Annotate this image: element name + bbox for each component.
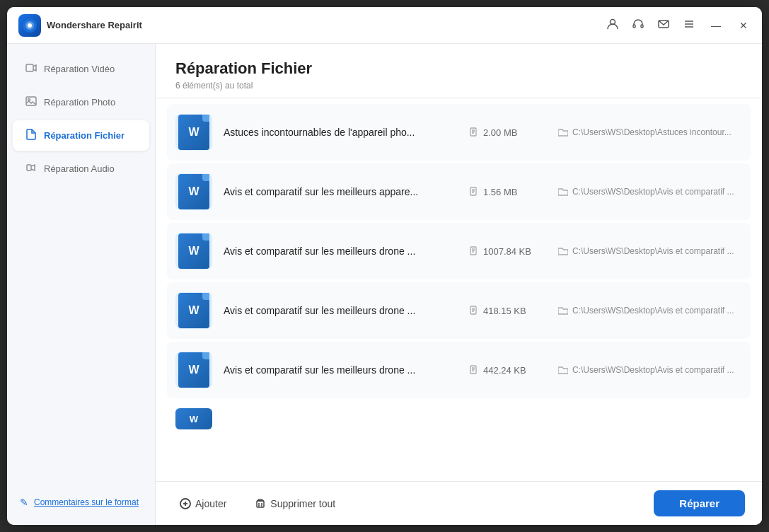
file-icon-wrap: W bbox=[175, 292, 212, 329]
repair-button[interactable]: Réparer bbox=[654, 490, 745, 516]
sidebar-item-audio-label: Réparation Audio bbox=[44, 163, 115, 174]
svg-rect-13 bbox=[27, 165, 31, 170]
sidebar-item-photo[interactable]: Réparation Photo bbox=[13, 87, 149, 117]
file-size: 1007.84 KB bbox=[469, 246, 547, 257]
delete-all-button[interactable]: Supprimer tout bbox=[248, 494, 342, 514]
minimize-button[interactable]: — bbox=[708, 18, 724, 33]
sidebar: Réparation Vidéo Réparation Photo bbox=[7, 44, 156, 525]
sidebar-item-file[interactable]: Réparation Fichier bbox=[13, 120, 149, 151]
file-name: Avis et comparatif sur les meilleurs dro… bbox=[224, 245, 458, 257]
table-row: W Avis et comparatif sur les meilleurs a… bbox=[167, 163, 751, 220]
file-name: Avis et comparatif sur les meilleurs dro… bbox=[224, 305, 458, 316]
page-title: Réparation Fichier bbox=[175, 59, 742, 78]
size-icon bbox=[469, 306, 479, 316]
partial-icon: W bbox=[175, 408, 212, 429]
file-name: Avis et comparatif sur les meilleurs dro… bbox=[224, 364, 458, 376]
feedback-icon: ✎ bbox=[20, 497, 28, 508]
sidebar-item-file-label: Réparation Fichier bbox=[44, 130, 125, 141]
sidebar-footer: ✎ Commentaires sur le format bbox=[7, 488, 155, 516]
folder-icon bbox=[558, 306, 568, 316]
svg-point-2 bbox=[28, 23, 32, 28]
size-icon bbox=[469, 127, 479, 137]
table-row-partial: W bbox=[167, 401, 751, 436]
file-name: Astuces incontournables de l'appareil ph… bbox=[224, 127, 458, 138]
file-list: W Astuces incontournables de l'appareil … bbox=[156, 98, 762, 481]
file-size: 418.15 KB bbox=[469, 306, 547, 316]
file-icon-sidebar bbox=[25, 129, 37, 142]
page-subtitle: 6 élément(s) au total bbox=[175, 81, 742, 91]
photo-icon bbox=[25, 96, 37, 109]
add-label: Ajouter bbox=[195, 498, 226, 509]
file-icon-wrap: W bbox=[175, 233, 212, 270]
sidebar-item-audio[interactable]: Réparation Audio bbox=[13, 154, 149, 184]
add-button[interactable]: Ajouter bbox=[173, 494, 233, 514]
title-bar: Wondershare Repairit bbox=[7, 7, 762, 44]
app-title: Wondershare Repairit bbox=[47, 20, 142, 30]
file-path: C:\Users\WS\Desktop\Avis et comparatif .… bbox=[558, 187, 742, 197]
audio-icon bbox=[25, 162, 37, 175]
size-icon bbox=[469, 246, 479, 256]
feedback-link[interactable]: Commentaires sur le format bbox=[34, 497, 139, 507]
word-icon: W bbox=[178, 352, 209, 388]
svg-rect-4 bbox=[633, 25, 635, 28]
size-icon bbox=[469, 187, 479, 197]
sidebar-item-video-label: Réparation Vidéo bbox=[44, 64, 115, 74]
main-content: Réparation Vidéo Réparation Photo bbox=[7, 44, 762, 525]
sidebar-item-video[interactable]: Réparation Vidéo bbox=[13, 54, 149, 84]
file-path: C:\Users\WS\Desktop\Avis et comparatif .… bbox=[558, 246, 742, 256]
title-bar-actions: — ✕ bbox=[606, 18, 751, 33]
folder-icon bbox=[558, 246, 568, 256]
user-icon[interactable] bbox=[606, 18, 619, 33]
content-header: Réparation Fichier 6 élément(s) au total bbox=[156, 44, 762, 98]
sidebar-item-photo-label: Réparation Photo bbox=[44, 97, 115, 108]
folder-icon bbox=[558, 127, 568, 137]
content-area: Réparation Fichier 6 élément(s) au total… bbox=[156, 44, 762, 525]
file-size: 442.24 KB bbox=[469, 365, 547, 376]
close-button[interactable]: ✕ bbox=[736, 18, 751, 33]
delete-all-label: Supprimer tout bbox=[270, 498, 335, 509]
menu-icon[interactable] bbox=[683, 18, 695, 33]
table-row: W Avis et comparatif sur les meilleurs d… bbox=[167, 342, 751, 398]
folder-icon bbox=[558, 365, 568, 375]
file-icon-wrap: W bbox=[175, 173, 212, 210]
table-row: W Astuces incontournables de l'appareil … bbox=[167, 104, 751, 161]
file-path: C:\Users\WS\Desktop\Avis et comparatif .… bbox=[558, 306, 742, 316]
size-icon bbox=[469, 365, 479, 375]
table-row: W Avis et comparatif sur les meilleurs d… bbox=[167, 223, 751, 279]
mail-icon[interactable] bbox=[657, 18, 670, 33]
app-window: Wondershare Repairit bbox=[7, 7, 762, 525]
svg-rect-5 bbox=[641, 25, 643, 28]
file-size: 1.56 MB bbox=[469, 187, 547, 197]
svg-rect-37 bbox=[257, 501, 264, 507]
word-icon: W bbox=[178, 115, 209, 150]
app-logo-icon bbox=[18, 14, 41, 37]
headset-icon[interactable] bbox=[632, 18, 644, 33]
file-name: Avis et comparatif sur les meilleurs app… bbox=[224, 186, 458, 197]
file-path: C:\Users\WS\Desktop\Astuces incontour... bbox=[558, 127, 742, 137]
svg-point-12 bbox=[28, 99, 30, 101]
file-icon-wrap: W bbox=[175, 114, 212, 151]
table-row: W Avis et comparatif sur les meilleurs d… bbox=[167, 282, 751, 339]
word-icon: W bbox=[178, 174, 209, 209]
folder-icon bbox=[558, 187, 568, 197]
svg-rect-10 bbox=[26, 64, 33, 71]
app-logo-area: Wondershare Repairit bbox=[18, 14, 606, 37]
file-icon-wrap: W bbox=[175, 352, 212, 388]
file-path: C:\Users\WS\Desktop\Avis et comparatif .… bbox=[558, 365, 742, 375]
file-size: 2.00 MB bbox=[469, 127, 547, 138]
bottom-toolbar: Ajouter Supprimer tout Réparer bbox=[156, 481, 762, 525]
word-icon: W bbox=[178, 293, 209, 328]
video-icon bbox=[25, 62, 37, 76]
word-icon: W bbox=[178, 233, 209, 269]
